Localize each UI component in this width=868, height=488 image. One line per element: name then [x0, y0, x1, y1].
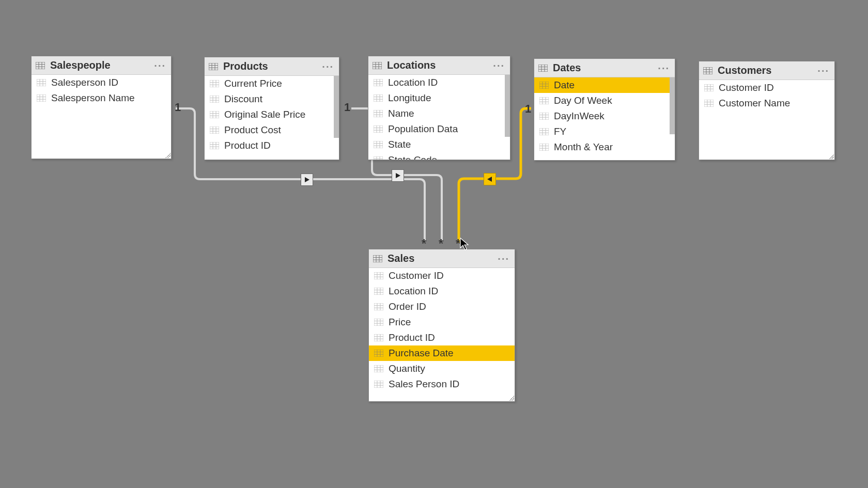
filter-direction-icon[interactable] — [392, 169, 404, 182]
column-icon — [539, 144, 549, 151]
field-row[interactable]: Product ID — [369, 330, 515, 345]
svg-rect-70 — [374, 141, 383, 148]
svg-rect-75 — [374, 156, 383, 160]
field-row[interactable]: FY — [534, 124, 675, 139]
column-icon — [210, 127, 219, 134]
more-icon[interactable]: ··· — [322, 61, 334, 72]
field-row[interactable]: Purchase Date — [369, 345, 515, 361]
svg-rect-15 — [209, 63, 218, 70]
table-icon — [373, 255, 382, 262]
scrollbar-thumb[interactable] — [670, 77, 675, 134]
column-icon — [374, 288, 383, 295]
model-canvas[interactable]: Salespeople ··· Salesperson ID Salespers… — [0, 0, 868, 488]
field-label: State — [388, 139, 411, 150]
resize-grip[interactable] — [509, 396, 514, 401]
table-header[interactable]: Locations ··· — [368, 56, 510, 75]
field-list: Salesperson ID Salesperson Name — [32, 75, 171, 159]
svg-rect-135 — [374, 288, 383, 295]
table-header[interactable]: Products ··· — [205, 57, 339, 76]
field-label: Location ID — [389, 286, 438, 297]
field-row[interactable]: State — [368, 137, 510, 152]
more-icon[interactable]: ··· — [658, 63, 670, 73]
field-row[interactable]: State Code — [368, 152, 510, 160]
svg-rect-5 — [37, 79, 46, 86]
more-icon[interactable]: ··· — [498, 254, 509, 264]
svg-rect-150 — [374, 334, 383, 341]
svg-rect-0 — [36, 62, 45, 69]
field-row[interactable]: Location ID — [369, 284, 515, 299]
table-header[interactable]: Sales ··· — [369, 249, 515, 268]
column-icon — [704, 100, 714, 107]
resize-grip[interactable] — [829, 154, 834, 159]
field-row[interactable]: Original Sale Price — [205, 107, 339, 122]
scrollbar-thumb[interactable] — [505, 75, 510, 137]
table-customers[interactable]: Customers ··· Customer ID Customer Name — [699, 61, 835, 160]
table-title: Dates — [553, 62, 581, 74]
field-row[interactable]: Product ID — [205, 138, 339, 153]
field-label: Product ID — [389, 332, 435, 343]
field-label: FY — [554, 126, 566, 137]
table-sales[interactable]: Sales ··· Customer ID Location ID Order … — [368, 249, 515, 402]
field-list: Customer ID Location ID Order ID Price P… — [369, 268, 515, 401]
field-label: Day Of Week — [554, 95, 612, 106]
field-label: Customer ID — [389, 270, 444, 281]
field-row[interactable]: Population Data — [368, 121, 510, 137]
field-label: Name — [388, 108, 414, 119]
svg-rect-95 — [539, 113, 549, 120]
svg-rect-50 — [374, 79, 383, 86]
field-row[interactable]: Name — [368, 106, 510, 121]
field-label: Order ID — [389, 301, 426, 312]
svg-rect-115 — [704, 84, 714, 91]
column-icon — [374, 95, 383, 102]
column-icon — [374, 79, 383, 86]
field-label: Product Cost — [224, 124, 281, 136]
field-row[interactable]: Month & Year — [534, 139, 675, 155]
field-row[interactable]: Longitude — [368, 90, 510, 106]
field-row[interactable]: Customer ID — [369, 268, 515, 284]
table-title: Products — [223, 60, 268, 72]
field-row[interactable]: Current Price — [205, 76, 339, 91]
svg-rect-40 — [210, 142, 219, 149]
cardinality-many: * — [439, 238, 443, 250]
field-row[interactable]: Quantity — [369, 361, 515, 376]
svg-rect-160 — [374, 365, 383, 372]
field-row[interactable]: Sales Person ID — [369, 376, 515, 392]
field-row[interactable]: Customer ID — [699, 80, 834, 96]
table-icon — [703, 67, 712, 74]
column-icon — [374, 110, 383, 117]
scrollbar-thumb[interactable] — [334, 76, 339, 138]
table-salespeople[interactable]: Salespeople ··· Salesperson ID Salespers… — [31, 56, 172, 159]
field-row[interactable]: Location ID — [368, 75, 510, 90]
field-row[interactable]: Salesperson Name — [32, 90, 171, 106]
table-products[interactable]: Products ··· Current Price Discount Orig… — [204, 57, 339, 160]
field-row[interactable]: Customer Name — [699, 96, 834, 111]
table-title: Customers — [718, 65, 771, 76]
more-icon[interactable]: ··· — [154, 60, 166, 71]
column-icon — [374, 334, 383, 341]
svg-marker-173 — [460, 238, 468, 250]
field-label: Quantity — [389, 363, 425, 374]
field-label: Sales Person ID — [389, 379, 459, 390]
table-locations[interactable]: Locations ··· Location ID Longitude Name… — [368, 56, 510, 160]
column-icon — [539, 128, 549, 135]
field-row[interactable]: DayInWeek — [534, 108, 675, 124]
field-row[interactable]: Product Cost — [205, 122, 339, 138]
field-list: Customer ID Customer Name — [699, 80, 834, 160]
table-header[interactable]: Dates ··· — [534, 59, 675, 77]
column-icon — [210, 111, 219, 118]
table-header[interactable]: Customers ··· — [699, 61, 834, 80]
field-row[interactable]: Discount — [205, 91, 339, 107]
column-icon — [210, 96, 219, 103]
table-header[interactable]: Salespeople ··· — [32, 56, 171, 75]
field-row[interactable]: Order ID — [369, 299, 515, 314]
more-icon[interactable]: ··· — [817, 66, 829, 76]
filter-direction-icon[interactable] — [301, 174, 313, 186]
table-dates[interactable]: Dates ··· Date Day Of Week DayInWeek FY … — [534, 58, 675, 161]
resize-grip[interactable] — [165, 153, 171, 158]
field-row[interactable]: Date — [534, 77, 675, 93]
field-row[interactable]: Price — [369, 314, 515, 330]
field-row[interactable]: Day Of Week — [534, 93, 675, 108]
more-icon[interactable]: ··· — [493, 60, 505, 71]
filter-direction-icon[interactable] — [484, 173, 496, 185]
field-row[interactable]: Salesperson ID — [32, 75, 171, 90]
